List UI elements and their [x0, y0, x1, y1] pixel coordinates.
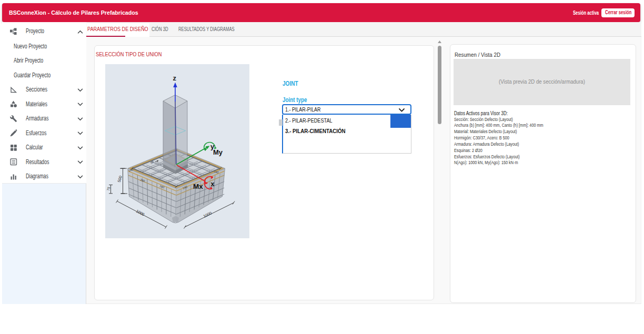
svg-text:z: z	[173, 74, 177, 82]
svg-text:Mx: Mx	[193, 183, 203, 190]
svg-text:500: 500	[117, 175, 123, 183]
svg-text:1000: 1000	[203, 210, 213, 218]
svg-text:75: 75	[106, 186, 111, 191]
svg-text:My: My	[213, 148, 223, 156]
svg-text:1000: 1000	[135, 209, 145, 217]
svg-text:x: x	[211, 180, 215, 188]
